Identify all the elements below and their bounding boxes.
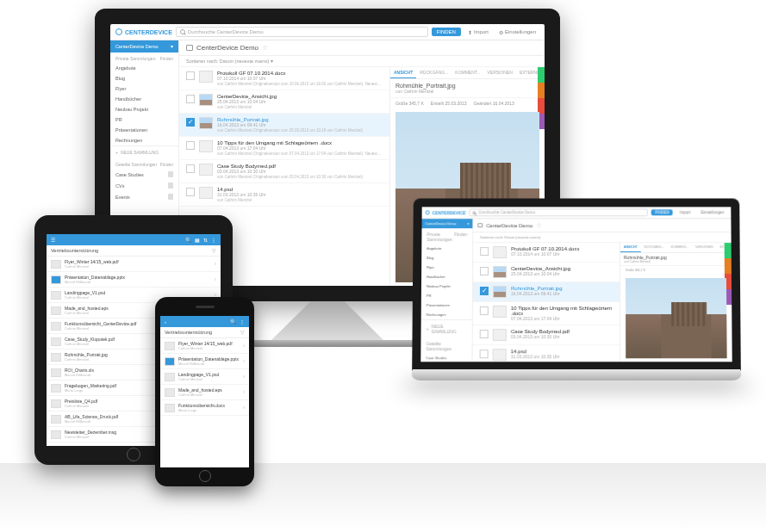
file-row[interactable]: 14.psd 31.03.2013 um 10:35 Uhr	[473, 345, 620, 362]
list-item[interactable]: Funktionsübersicht.docx Maria Lurgo ›	[160, 400, 249, 416]
sidebar-item[interactable]: Blog	[421, 253, 472, 263]
preview-tab[interactable]: ANSICHT	[390, 67, 416, 78]
sidebar-item[interactable]: Angebote	[110, 63, 178, 73]
laptop-import[interactable]: Import	[676, 208, 694, 216]
star-icon[interactable]: ☆	[262, 44, 268, 52]
file-thumbnail	[51, 322, 61, 331]
preview-tab[interactable]: RÜCKGÄNG...	[416, 67, 452, 78]
sidebar-item[interactable]: Events	[110, 191, 178, 202]
file-row[interactable]: 14.psd 31.03.2013 um 10:35 Uhr von Cathr…	[179, 183, 389, 207]
checkbox[interactable]	[186, 118, 195, 127]
checkbox[interactable]	[480, 267, 489, 275]
file-row[interactable]: 10 Tipps für den Umgang mit Schlagwörter…	[179, 137, 389, 160]
checkbox[interactable]	[480, 350, 489, 358]
list-item[interactable]: Flyer_Winter 14/15_web.pdf Cathrin Mentz…	[160, 338, 249, 354]
sidebar-item[interactable]: Rechnungen	[110, 135, 178, 145]
preview-tab[interactable]: RÜCKGÄNG...	[640, 243, 667, 252]
sidebar-item[interactable]: Präsentationen	[421, 300, 472, 310]
file-row[interactable]: Rohmühle_Portrait.jpg 16.04.2013 um 09:4…	[473, 282, 620, 302]
funnel-icon[interactable]: ▽	[240, 330, 245, 335]
checkbox[interactable]	[186, 95, 195, 103]
laptop-settings[interactable]: Einstellungen	[697, 208, 727, 216]
more-icon[interactable]: ⋮	[240, 319, 245, 325]
sort-icon[interactable]: ⇅	[203, 237, 208, 243]
preview-tab[interactable]: VERSIONEN	[483, 67, 515, 78]
file-row[interactable]: Rohmühle_Portrait.jpg 16.04.2013 um 09:4…	[179, 114, 389, 137]
checkbox[interactable]	[186, 188, 195, 196]
checkbox[interactable]	[186, 164, 195, 173]
search-icon[interactable]: 🔍	[230, 319, 236, 325]
file-thumbnail	[51, 275, 61, 284]
sidebar-item[interactable]: CVs	[110, 180, 178, 191]
action-orange[interactable]	[538, 83, 545, 98]
file-row[interactable]: Protokoll GF 07.10.2014.docx 07.10.2014 …	[179, 67, 389, 90]
chevron-right-icon: ›	[243, 358, 245, 364]
list-item[interactable]: Flyer_Winter 14/15_web.pdf Cathrin Mentz…	[47, 257, 221, 272]
sidebar-item[interactable]: Case Studies	[110, 169, 178, 180]
sidebar-current-collection[interactable]: CenterDevice Demo ▾	[110, 40, 178, 53]
sidebar-item[interactable]: Blog	[110, 73, 178, 84]
search-icon	[180, 29, 185, 34]
tablet-home-button[interactable]	[127, 448, 140, 461]
page-title: CenterDevice Demo	[196, 44, 258, 52]
sidebar-item[interactable]: Angebote	[421, 244, 472, 253]
doc-icon	[168, 194, 173, 200]
more-icon[interactable]: ⋮	[211, 237, 216, 243]
search-button[interactable]: FINDEN	[432, 28, 461, 36]
sidebar-item[interactable]: PR	[421, 291, 472, 300]
list-item[interactable]: Landingpage_V1.psd Cathrin Mentzel ›	[160, 369, 249, 385]
sidebar-find-link-2[interactable]: Finden	[160, 162, 173, 167]
list-item[interactable]: Made_and_hosted.eps Cathrin Mentzel ›	[160, 385, 249, 400]
sidebar-item[interactable]: Handbücher	[421, 272, 472, 281]
sidebar-find-link[interactable]: Finden	[160, 56, 173, 61]
file-thumbnail	[51, 260, 61, 269]
preview-tab[interactable]: KOMMENT...	[667, 243, 691, 252]
file-date: 07.04.2013 um 17:04 Uhr	[511, 316, 613, 321]
import-button[interactable]: ⬆ Import	[464, 28, 492, 37]
preview-tab[interactable]: KOMMENT...	[452, 67, 483, 78]
file-author: Cathrin Mentzel	[178, 346, 240, 350]
settings-button[interactable]: ⚙ Einstellungen	[495, 28, 539, 37]
preview-tab[interactable]: ANSICHT	[620, 243, 641, 252]
sidebar-item[interactable]: Neubau Projekt	[110, 104, 178, 114]
back-icon[interactable]: ‹	[165, 319, 166, 325]
checkbox[interactable]	[480, 287, 489, 295]
plus-icon: +	[115, 150, 118, 155]
file-row[interactable]: 10 Tipps für den Umgang mit Schlagwörter…	[473, 302, 620, 325]
search-input[interactable]: Durchsuche CenterDevice Demo	[176, 27, 428, 37]
checkbox[interactable]	[480, 330, 489, 338]
sidebar-item[interactable]: PR	[110, 114, 178, 125]
checkbox[interactable]	[480, 247, 489, 256]
tablet-title: Vertriebsunterstützung	[51, 248, 98, 253]
laptop-search-button[interactable]: FINDEN	[651, 209, 673, 215]
list-item[interactable]: Präsentation_Datenablage.pptx Marcel Hil…	[47, 272, 221, 288]
file-row[interactable]: Case Study Bodymed.pdf 03.04.2013 um 10:…	[179, 160, 389, 183]
list-item[interactable]: Präsentation_Datenablage.pptx Marcel Hil…	[160, 354, 249, 369]
sidebar-item[interactable]: Case Studies	[420, 353, 471, 362]
file-row[interactable]: Protokoll GF 07.10.2014.docx 07.10.2014 …	[473, 243, 620, 263]
sidebar-item[interactable]: Rechnungen	[421, 310, 472, 319]
search-icon[interactable]: 🔍	[185, 237, 191, 243]
sidebar-item[interactable]: Präsentationen	[110, 125, 178, 135]
file-row[interactable]: CenterDevice_Ansicht.jpg 25.04.2013 um 1…	[179, 90, 389, 114]
file-thumbnail	[51, 306, 61, 315]
preview-tab[interactable]: VERSIONEN	[692, 243, 717, 252]
checkbox[interactable]	[186, 71, 195, 80]
sidebar-item[interactable]: Flyer	[110, 84, 178, 94]
file-thumbnail	[199, 140, 213, 152]
sidebar-item[interactable]: Neubau Projekt	[421, 281, 472, 291]
sidebar-item[interactable]: Handbücher	[110, 94, 178, 104]
phone-home-button[interactable]	[199, 470, 211, 482]
new-collection-button[interactable]: + NEUE SAMMLUNG	[110, 145, 178, 158]
file-row[interactable]: CenterDevice_Ansicht.jpg 25.04.2013 um 1…	[473, 263, 620, 282]
checkbox[interactable]	[186, 141, 195, 150]
sort-bar[interactable]: Sortieren nach: Datum (neueste zuerst) ▾	[179, 56, 545, 67]
menu-icon[interactable]: ☰	[51, 237, 55, 243]
file-row[interactable]: Case Study Bodymed.pdf 03.04.2013 um 10:…	[473, 325, 620, 345]
file-thumbnail	[51, 415, 61, 424]
sidebar-item[interactable]: Flyer	[421, 263, 472, 272]
checkbox[interactable]	[480, 306, 489, 315]
funnel-icon[interactable]: ▽	[212, 248, 216, 253]
filter-icon[interactable]: ▦	[195, 237, 200, 243]
action-green[interactable]	[538, 67, 545, 83]
